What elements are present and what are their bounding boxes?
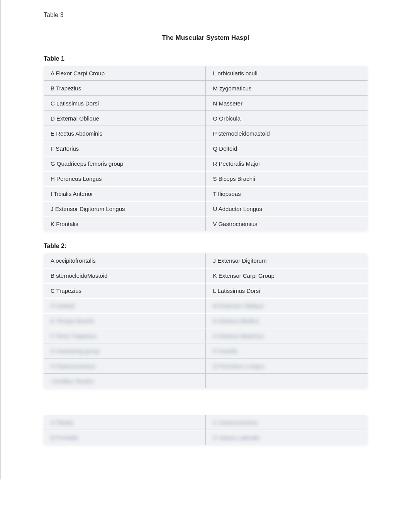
table-row-hidden: G Hamstring groupP Gracilis [44,343,368,359]
table-row: K FrontalisV Gastrocnemius [44,216,368,231]
cell-right: V Gastrocnemius [206,216,368,231]
table-row-hidden: D DeltoidM Extensor Oblique [44,298,368,313]
table-row: F SartoriusQ Deltoid [44,141,368,156]
cell-left: G Hamstring group [44,343,206,359]
table-row-hidden: A TibialisC Gastrocnemius [44,415,368,430]
document-page: Table 3 The Muscular System Haspi Table … [0,0,410,479]
cell-right: N Gluteus Medius [206,313,368,328]
cell-left: A Tibialis [44,415,206,430]
cell-right: M zygomaticus [206,81,368,96]
table-row-hidden: E Triceps BrachiiN Gluteus Medius [44,313,368,328]
cell-left: B sternocleidoMastoid [44,268,206,283]
cell-right: T Iliopsoas [206,186,368,201]
table-row-hidden: B FrontalisD Vastus Lateralis [44,430,368,445]
cell-right: J Extensor Digitorum [206,253,368,268]
cell-left: I Achilles Tendon [44,374,206,388]
table2: A occipitofrontalisJ Extensor Digitorum … [44,253,368,388]
cell-right: Q Deltoid [206,141,368,156]
cell-left: A occipitofrontalis [44,253,206,268]
cell-left: D Deltoid [44,298,206,313]
cell-right: P Gracilis [206,343,368,359]
cell-left: A Flexor Carpi Croup [44,66,206,81]
cell-left: H Peroneus Longus [44,171,206,186]
cell-right: O Gluteus Maximus [206,328,368,343]
cell-right: Q Peroneus Longus [206,359,368,374]
cell-left: H Gastrocnemius [44,359,206,374]
cell-left: C Latissimus Dorsi [44,96,206,111]
cell-right: P sternocleidomastoid [206,126,368,141]
cell-right: S Biceps Brachii [206,171,368,186]
table-row: G Quadriceps femoris groupR Pectoralis M… [44,156,368,171]
cell-left: F Teres Trapezius [44,328,206,343]
cell-left: K Frontalis [44,216,206,231]
cell-left: C Trapezius [44,283,206,298]
table-row: D External ObliqueO Orbicula [44,111,368,126]
cell-right: L orbicularis oculi [206,66,368,81]
table2-container: A occipitofrontalisJ Extensor Digitorum … [44,253,368,388]
table1-container: A Flexor Carpi CroupL orbicularis oculi … [44,66,368,231]
table-row: A occipitofrontalisJ Extensor Digitorum [44,253,368,268]
table-row: I Tibialis AnteriorT Iliopsoas [44,186,368,201]
cell-right: L Latissimus Dorsi [206,283,368,298]
cell-right: R Pectoralis Major [206,156,368,171]
cell-left: J Extensor Digitorum Longus [44,201,206,216]
cell-left: I Tibialis Anterior [44,186,206,201]
table-row-hidden: H GastrocnemiusQ Peroneus Longus [44,359,368,374]
cell-right: N Masseter [206,96,368,111]
cell-right: M Extensor Oblique [206,298,368,313]
cell-left: G Quadriceps femoris group [44,156,206,171]
cell-left: B Frontalis [44,430,206,445]
table-row: C Latissimus DorsiN Masseter [44,96,368,111]
table3-preview-container: A TibialisC Gastrocnemius B FrontalisD V… [44,415,368,445]
cell-right [206,374,368,388]
table-row: E Rectus AbdominisP sternocleidomastoid [44,126,368,141]
table1: A Flexor Carpi CroupL orbicularis oculi … [44,66,368,231]
cell-left: E Rectus Abdominis [44,126,206,141]
table-row-hidden: I Achilles Tendon [44,374,368,388]
table-row: B TrapeziusM zygomaticus [44,81,368,96]
table-row: A Flexor Carpi CroupL orbicularis oculi [44,66,368,81]
table1-heading: Table 1 [1,55,410,62]
page-title: The Muscular System Haspi [1,34,410,42]
table3-preview: A TibialisC Gastrocnemius B FrontalisD V… [44,415,368,445]
cell-left: B Trapezius [44,81,206,96]
cell-right: K Extensor Carpi Group [206,268,368,283]
table2-heading: Table 2: [1,243,410,250]
page-top-label: Table 3 [1,12,410,19]
table-row: C TrapeziusL Latissimus Dorsi [44,283,368,298]
cell-right: O Orbicula [206,111,368,126]
cell-right: U Adductor Longus [206,201,368,216]
cell-left: E Triceps Brachii [44,313,206,328]
table-row: J Extensor Digitorum LongusU Adductor Lo… [44,201,368,216]
table-row-hidden: F Teres TrapeziusO Gluteus Maximus [44,328,368,343]
cell-left: D External Oblique [44,111,206,126]
cell-left: F Sartorius [44,141,206,156]
table-row: B sternocleidoMastoidK Extensor Carpi Gr… [44,268,368,283]
cell-right: C Gastrocnemius [206,415,368,430]
spacer [1,400,410,415]
cell-right: D Vastus Lateralis [206,430,368,445]
table-row: H Peroneus LongusS Biceps Brachii [44,171,368,186]
